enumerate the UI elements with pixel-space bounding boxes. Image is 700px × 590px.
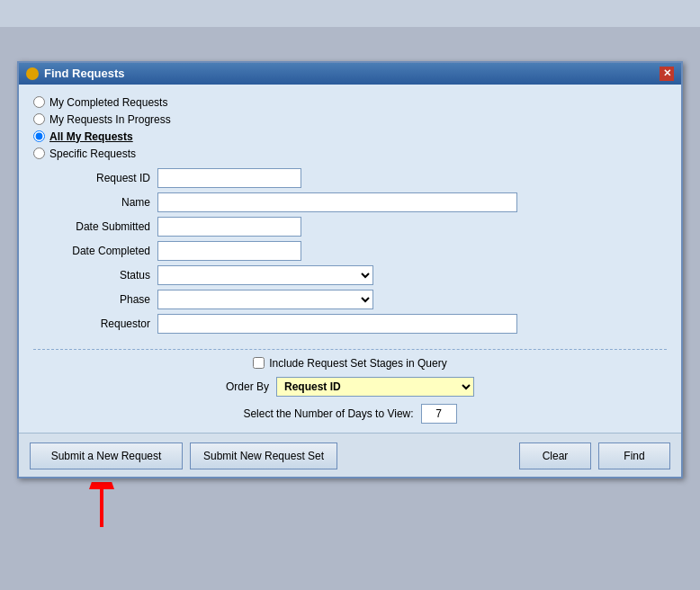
radio-input-all-my[interactable] xyxy=(33,130,45,142)
red-arrow-icon xyxy=(84,482,120,527)
radio-my-in-progress: My Requests In Progress xyxy=(33,112,667,127)
select-status[interactable] xyxy=(157,265,373,285)
checkbox-include-stages[interactable] xyxy=(253,357,265,369)
input-request-id[interactable] xyxy=(157,168,301,188)
radio-label-all-my[interactable]: All My Requests xyxy=(49,130,133,143)
radio-label-my-in-progress[interactable]: My Requests In Progress xyxy=(49,113,171,126)
label-date-completed: Date Completed xyxy=(40,245,157,257)
label-phase: Phase xyxy=(40,293,157,306)
label-name: Name xyxy=(40,196,157,209)
radio-label-specific[interactable]: Specific Requests xyxy=(49,148,136,160)
input-date-completed[interactable] xyxy=(157,241,301,261)
label-request-id: Request ID xyxy=(40,172,157,184)
row-name: Name xyxy=(40,192,660,212)
input-date-submitted[interactable] xyxy=(157,217,301,237)
radio-input-specific[interactable] xyxy=(33,148,45,159)
submit-new-request-button[interactable]: Submit a New Request xyxy=(30,442,183,469)
button-row: Submit a New Request Submit New Request … xyxy=(19,433,681,477)
radio-input-my-completed[interactable] xyxy=(33,96,45,108)
dialog-body: My Completed Requests My Requests In Pro… xyxy=(19,85,681,433)
label-order-by: Order By xyxy=(226,380,269,393)
row-phase: Phase xyxy=(40,290,660,309)
radio-specific: Specific Requests xyxy=(33,147,667,161)
input-days[interactable] xyxy=(421,404,457,424)
radio-label-my-completed[interactable]: My Completed Requests xyxy=(49,96,167,109)
label-requestor: Requestor xyxy=(40,317,157,330)
label-date-submitted: Date Submitted xyxy=(40,220,157,233)
radio-my-completed: My Completed Requests xyxy=(33,95,667,110)
checkbox-row-stages: Include Request Set Stages in Query xyxy=(253,357,446,370)
radio-input-my-in-progress[interactable] xyxy=(33,113,45,125)
options-section: Include Request Set Stages in Query Orde… xyxy=(33,357,667,424)
row-status: Status xyxy=(40,265,660,285)
row-date-completed: Date Completed xyxy=(40,241,660,261)
clear-button[interactable]: Clear xyxy=(519,442,591,469)
label-include-stages[interactable]: Include Request Set Stages in Query xyxy=(269,357,446,370)
row-request-id: Request ID xyxy=(40,168,660,188)
radio-all-my: All My Requests xyxy=(33,130,667,144)
dialog-icon xyxy=(26,67,39,80)
find-requests-dialog: Find Requests ✕ My Completed Requests My… xyxy=(17,61,683,478)
submit-new-set-button[interactable]: Submit New Request Set xyxy=(190,442,337,469)
days-row: Select the Number of Days to View: xyxy=(243,404,456,424)
divider xyxy=(33,349,667,350)
row-requestor: Requestor xyxy=(40,314,660,334)
select-order-by[interactable]: Request ID xyxy=(276,377,474,397)
radio-group: My Completed Requests My Requests In Pro… xyxy=(33,95,667,161)
find-button[interactable]: Find xyxy=(598,442,670,469)
dialog-title: Find Requests xyxy=(44,67,125,80)
close-button[interactable]: ✕ xyxy=(660,67,674,81)
specific-request-form: Request ID Name Date Submitted Date Comp… xyxy=(33,165,667,342)
label-days: Select the Number of Days to View: xyxy=(243,407,413,420)
order-row: Order By Request ID xyxy=(226,377,474,397)
input-name[interactable] xyxy=(157,192,517,212)
row-date-submitted: Date Submitted xyxy=(40,217,660,237)
label-status: Status xyxy=(40,269,157,282)
dialog-titlebar: Find Requests ✕ xyxy=(19,63,681,85)
input-requestor[interactable] xyxy=(157,314,517,334)
select-phase[interactable] xyxy=(157,290,373,309)
